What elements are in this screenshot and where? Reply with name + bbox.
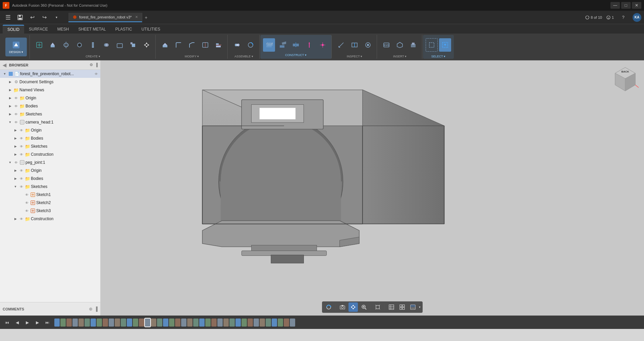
angle-plane-button[interactable] <box>276 38 288 52</box>
sketch3-eye-icon[interactable]: 👁 <box>24 208 30 213</box>
display-settings-button[interactable] <box>387 302 396 312</box>
doc-settings-arrow[interactable] <box>7 79 13 85</box>
timeline-item[interactable] <box>85 319 90 327</box>
peg-construction-arrow[interactable] <box>13 216 18 222</box>
timeline-item[interactable] <box>205 319 211 327</box>
timeline-play-button[interactable]: ▶ <box>23 318 32 327</box>
orbit-button[interactable] <box>324 302 333 312</box>
timeline-item[interactable] <box>109 319 114 327</box>
tree-sketch3[interactable]: 👁 Sketch3 <box>0 207 100 215</box>
timeline-item[interactable] <box>284 319 289 327</box>
fillet-button[interactable] <box>172 38 184 52</box>
display-button[interactable] <box>362 38 374 52</box>
timeline-item[interactable] <box>121 319 126 327</box>
peg-bodies-eye-icon[interactable]: 👁 <box>19 176 24 181</box>
peg-joint-arrow[interactable] <box>7 160 13 165</box>
camera-bodies-arrow[interactable] <box>13 136 18 141</box>
tree-bodies[interactable]: 👁 📁 Bodies <box>0 102 100 110</box>
tree-origin[interactable]: 👁 📁 Origin <box>0 94 100 102</box>
tree-peg-bodies[interactable]: 👁 📁 Bodies <box>0 175 100 183</box>
move-button[interactable] <box>141 38 153 52</box>
timeline-item[interactable] <box>211 319 217 327</box>
minimize-button[interactable]: — <box>610 2 620 9</box>
insert-svg-button[interactable]: SVG <box>380 38 392 52</box>
thread-button[interactable] <box>87 38 99 52</box>
peg-construction-eye-icon[interactable]: 👁 <box>19 216 24 222</box>
tree-camera-origin[interactable]: 👁 📁 Origin <box>0 126 100 134</box>
hole-button[interactable] <box>73 38 86 52</box>
section-button[interactable] <box>348 38 361 52</box>
shell-button[interactable] <box>114 38 126 52</box>
combine-button[interactable] <box>100 38 112 52</box>
new-component-button[interactable] <box>33 38 45 52</box>
tree-peg-construction[interactable]: 👁 📁 Construction <box>0 215 100 223</box>
app-menu-button[interactable]: ☰ <box>3 12 13 23</box>
tree-sketch2[interactable]: 👁 Sketch2 <box>0 199 100 207</box>
root-arrow[interactable] <box>2 71 7 77</box>
camera-construction-eye-icon[interactable]: 👁 <box>19 152 24 157</box>
timeline-item[interactable] <box>145 319 150 327</box>
redo-button[interactable]: ↪ <box>39 12 50 23</box>
origin-eye-icon[interactable]: 👁 <box>13 95 19 101</box>
timeline-item[interactable] <box>187 319 193 327</box>
axis-button[interactable] <box>303 38 315 52</box>
new-tab-button[interactable]: + <box>142 15 150 20</box>
undo-button[interactable]: ↩ <box>27 12 38 23</box>
environment-button[interactable] <box>408 302 418 312</box>
nav-cube[interactable]: BACK X <box>612 66 639 93</box>
tree-camera-sketches[interactable]: 👁 📁 Sketches <box>0 142 100 150</box>
user-avatar[interactable]: KA <box>633 13 641 22</box>
timeline-item[interactable] <box>60 319 66 327</box>
timeline-item[interactable] <box>266 319 271 327</box>
press-pull-button[interactable] <box>159 38 171 52</box>
comments-resize-icon[interactable]: ▐ <box>95 306 98 311</box>
timeline-item[interactable] <box>223 319 229 327</box>
timeline-item[interactable] <box>241 319 247 327</box>
timeline-item[interactable] <box>260 319 265 327</box>
tab-solid[interactable]: SOLID <box>3 25 24 34</box>
tab-mesh[interactable]: MESH <box>53 25 74 34</box>
root-eye-icon[interactable]: 👁 <box>94 71 99 77</box>
timeline-item[interactable] <box>272 319 277 327</box>
sketch1-eye-icon[interactable]: 👁 <box>24 192 30 197</box>
extrude-button[interactable] <box>47 38 59 52</box>
camera-origin-arrow[interactable] <box>13 128 18 133</box>
viewport[interactable]: BACK X <box>101 60 644 315</box>
insert-mesh-button[interactable] <box>394 38 406 52</box>
timeline-item[interactable] <box>175 319 180 327</box>
timeline-item[interactable] <box>199 319 205 327</box>
timeline-item[interactable] <box>163 319 168 327</box>
align-button[interactable] <box>213 38 225 52</box>
timeline-item[interactable] <box>72 319 78 327</box>
env-dropdown-icon[interactable]: ▾ <box>419 305 421 309</box>
select-box-button[interactable] <box>426 38 438 52</box>
camera-head-arrow[interactable] <box>7 119 13 125</box>
revolve-button[interactable] <box>60 38 72 52</box>
camera-origin-eye-icon[interactable]: 👁 <box>19 128 24 133</box>
sketches-arrow[interactable] <box>7 111 13 117</box>
peg-origin-arrow[interactable] <box>13 168 18 173</box>
design-button[interactable]: DESIGN ▾ <box>5 38 27 56</box>
timeline-item[interactable] <box>139 319 144 327</box>
offset-plane-button[interactable] <box>263 38 275 52</box>
tab-close-icon[interactable]: ✕ <box>135 15 138 19</box>
tab-utilities[interactable]: UTILITIES <box>137 25 165 34</box>
camera-construction-arrow[interactable] <box>13 152 18 157</box>
point-button[interactable] <box>317 38 329 52</box>
sketch2-eye-icon[interactable]: 👁 <box>24 200 30 205</box>
file-save-button[interactable] <box>15 12 25 23</box>
browser-resize-icon[interactable]: ▐ <box>95 63 98 67</box>
timeline-item[interactable] <box>229 319 235 327</box>
timeline-item[interactable] <box>181 319 186 327</box>
joint-button[interactable] <box>231 38 243 52</box>
timeline-item[interactable] <box>151 319 156 327</box>
tree-peg-origin[interactable]: 👁 📁 Origin <box>0 166 100 175</box>
zoom-button[interactable] <box>359 302 369 312</box>
tab-surface[interactable]: SURFACE <box>24 25 53 34</box>
timeline-item[interactable] <box>217 319 223 327</box>
maximize-button[interactable]: □ <box>621 2 631 9</box>
camera-head-eye-icon[interactable]: 👁 <box>13 119 19 125</box>
timeline-item[interactable] <box>133 319 138 327</box>
midplane-button[interactable] <box>290 38 302 52</box>
fit-button[interactable] <box>373 302 382 312</box>
